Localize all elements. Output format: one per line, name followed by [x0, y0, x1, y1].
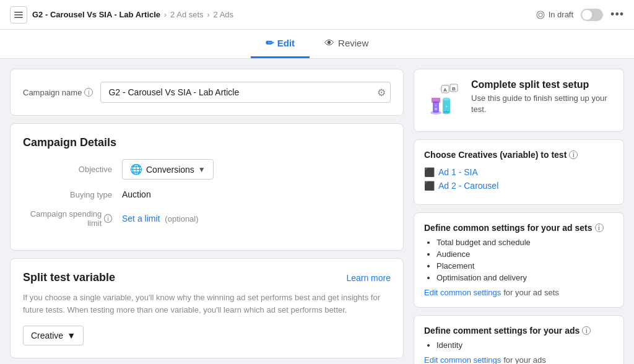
campaign-name-label-group: Campaign name i	[23, 88, 93, 97]
creatives-card-title: Choose Creatives (variable) to test i	[424, 150, 614, 160]
comment-settings-info-icon[interactable]: i	[582, 326, 591, 335]
campaign-name-row: Campaign name i ⚙	[23, 82, 391, 103]
gear-icon[interactable]: ⚙	[377, 87, 386, 98]
creative-label: Creative	[31, 331, 63, 340]
svg-rect-2	[14, 17, 23, 18]
tab-edit[interactable]: ✏ Edit	[251, 30, 310, 58]
common-settings-card: Define common settings for your ad sets …	[414, 212, 624, 308]
common-settings-info-icon[interactable]: i	[595, 223, 604, 232]
tabs-bar: ✏ Edit 👁 Review	[0, 30, 634, 59]
objective-dropdown-button[interactable]: 🌐 Conversions ▼	[122, 159, 214, 180]
svg-text:B: B	[452, 86, 456, 92]
ad1-link[interactable]: ⬛ Ad 1 - SIA	[424, 167, 614, 177]
ads-count: 2 Ads	[214, 10, 234, 19]
common-settings-title: Define common settings for your ad sets …	[424, 223, 614, 233]
settings-item-identity: Identity	[436, 340, 614, 350]
svg-rect-0	[14, 12, 23, 13]
spending-limit-value: Set a limit (optional)	[122, 214, 391, 223]
split-test-description: If you choose a single variable, you'll …	[23, 292, 391, 316]
settings-item-budget: Total budget and schedule	[436, 238, 614, 247]
right-panel: A B	[414, 69, 624, 364]
spending-limit-label-text: Campaign spending limit	[23, 209, 102, 228]
tab-review-label: Review	[338, 38, 368, 48]
topbar-right: In draft •••	[536, 8, 624, 21]
set-limit-link[interactable]: Set a limit	[122, 214, 160, 223]
common-settings-title-text: Define common settings for your ad sets	[424, 223, 593, 233]
objective-value: 🌐 Conversions ▼	[122, 159, 391, 180]
svg-point-16	[443, 98, 450, 101]
spending-limit-label-group: Campaign spending limit i	[23, 209, 122, 228]
edit-common-settings-link[interactable]: Edit common settings	[424, 288, 501, 297]
svg-point-3	[537, 11, 544, 19]
buying-type-label: Buying type	[23, 190, 122, 199]
svg-rect-13	[432, 98, 440, 103]
tab-edit-label: Edit	[277, 38, 295, 48]
svg-point-14	[430, 111, 441, 115]
menu-icon-button[interactable]	[10, 6, 27, 24]
ad-sets-count: 2 Ad sets	[170, 10, 203, 19]
creatives-info-icon[interactable]: i	[569, 150, 578, 159]
campaign-details-title: Campaign Details	[23, 136, 391, 149]
svg-point-17	[443, 111, 450, 115]
campaign-details-card: Campaign Details Objective 🌐 Conversions…	[10, 123, 404, 251]
creative-dropdown-button[interactable]: Creative ▼	[23, 326, 84, 345]
optional-text: (optional)	[165, 214, 198, 223]
campaign-name-card: Campaign name i ⚙	[10, 69, 404, 116]
breadcrumb-sep1: ›	[164, 11, 167, 19]
tab-review[interactable]: 👁 Review	[310, 30, 383, 58]
setup-header: A B	[424, 79, 614, 119]
globe-icon: 🌐	[130, 163, 142, 175]
comment-settings-title-text: Define comment settings for your ads	[424, 326, 580, 336]
objective-text: Conversions	[146, 165, 194, 175]
setup-illustration: A B	[424, 79, 464, 119]
campaign-name-label-text: Campaign name	[23, 88, 82, 97]
svg-text:A: A	[443, 87, 447, 93]
topbar: G2 - Carousel Vs SIA - Lab Article › 2 A…	[0, 0, 634, 30]
draft-toggle[interactable]	[581, 9, 603, 21]
edit-comment-settings-link[interactable]: Edit common settings	[424, 355, 501, 364]
ad2-icon: ⬛	[424, 181, 435, 191]
svg-point-4	[539, 13, 542, 17]
comment-settings-list: Identity	[424, 340, 614, 350]
draft-icon	[536, 11, 545, 19]
draft-status: In draft	[536, 10, 573, 19]
split-test-title: Split test variable	[23, 271, 115, 284]
svg-point-19	[435, 105, 437, 106]
spending-limit-row: Campaign spending limit i Set a limit (o…	[23, 209, 391, 228]
learn-more-link[interactable]: Learn more	[346, 273, 391, 283]
campaign-name-info-icon[interactable]: i	[84, 88, 93, 97]
buying-type-value: Auction	[122, 189, 391, 199]
creative-caret-icon: ▼	[67, 331, 76, 340]
left-panel: Campaign name i ⚙ Campaign Details Objec…	[10, 69, 404, 364]
campaign-name-input[interactable]	[100, 82, 391, 103]
setup-text: Complete split test setup Use this guide…	[471, 79, 614, 115]
buying-type-row: Buying type Auction	[23, 189, 391, 199]
svg-point-18	[435, 108, 437, 110]
settings-item-optimisation: Optimisation and delivery	[436, 273, 614, 282]
topbar-left: G2 - Carousel Vs SIA - Lab Article › 2 A…	[10, 6, 536, 24]
setup-description: Use this guide to finish setting up your…	[471, 93, 614, 115]
breadcrumb: G2 - Carousel Vs SIA - Lab Article › 2 A…	[32, 10, 233, 19]
comment-settings-card: Define comment settings for your ads i I…	[414, 315, 624, 364]
review-icon: 👁	[324, 38, 334, 49]
ad2-link[interactable]: ⬛ Ad 2 - Carousel	[424, 181, 614, 191]
edit-comment-settings-note: for your ads	[503, 355, 546, 364]
campaign-name-input-wrapper: ⚙	[100, 82, 391, 103]
spending-limit-info-icon[interactable]: i	[104, 214, 112, 223]
split-test-header: Split test variable Learn more	[23, 271, 391, 284]
split-test-card: Split test variable Learn more If you ch…	[10, 258, 404, 358]
objective-row: Objective 🌐 Conversions ▼	[23, 159, 391, 180]
more-options-button[interactable]: •••	[610, 8, 624, 21]
settings-item-audience: Audience	[436, 249, 614, 259]
setup-title: Complete split test setup	[471, 79, 614, 90]
ad1-icon: ⬛	[424, 167, 435, 177]
objective-caret-icon: ▼	[198, 165, 206, 174]
breadcrumb-sep2: ›	[207, 11, 210, 19]
main-content: Campaign name i ⚙ Campaign Details Objec…	[0, 59, 634, 364]
creatives-title-text: Choose Creatives (variable) to test	[424, 150, 567, 160]
setup-card: A B	[414, 69, 624, 132]
creatives-card: Choose Creatives (variable) to test i ⬛ …	[414, 139, 624, 205]
ad2-label: Ad 2 - Carousel	[438, 181, 498, 191]
settings-item-placement: Placement	[436, 261, 614, 271]
ad1-label: Ad 1 - SIA	[438, 167, 478, 177]
